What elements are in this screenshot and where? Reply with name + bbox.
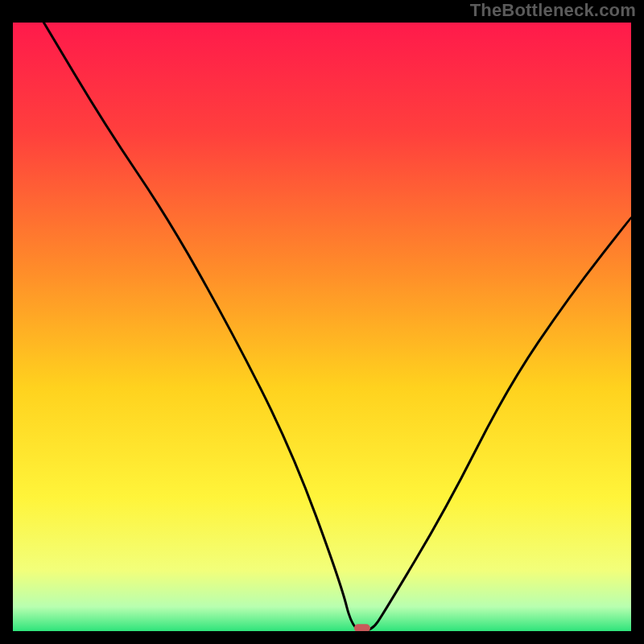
plot-area <box>13 23 631 631</box>
watermark-label: TheBottleneck.com <box>470 0 636 21</box>
chart-svg <box>13 23 631 631</box>
optimum-marker <box>354 624 370 631</box>
gradient-background <box>13 23 631 631</box>
chart-frame: TheBottleneck.com <box>0 0 644 644</box>
